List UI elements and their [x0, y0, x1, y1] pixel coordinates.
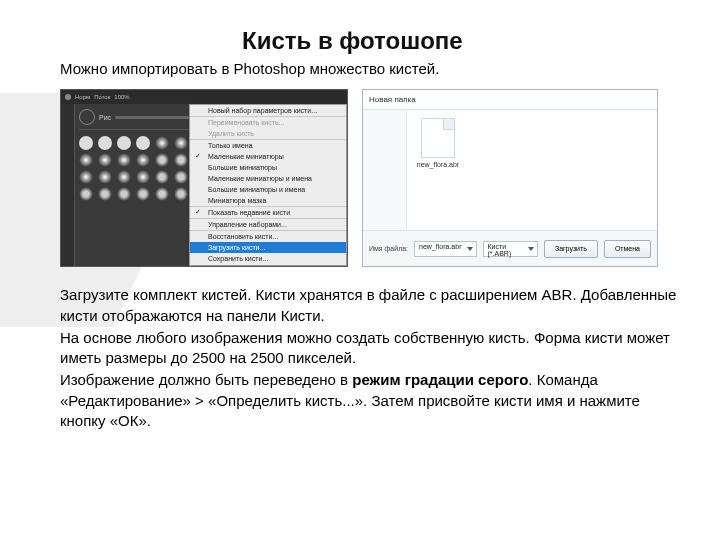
brush-swatch[interactable] — [79, 170, 93, 184]
brush-swatch[interactable] — [174, 136, 188, 150]
brush-swatch[interactable] — [136, 187, 150, 201]
filetype-combo[interactable]: Кисти (*.ABR) — [483, 241, 538, 257]
paragraph-3a: Изображение должно быть переведено в — [60, 371, 352, 388]
brush-swatch[interactable] — [98, 153, 112, 167]
menu-item-delete: Удалить кисть — [190, 128, 346, 139]
brush-swatch[interactable] — [155, 170, 169, 184]
brush-swatch[interactable] — [174, 187, 188, 201]
brush-preview-icon — [79, 109, 95, 125]
figures-row: Норм Поток 100% Рис — [60, 89, 680, 267]
menu-item-small-thumb[interactable]: ✓Маленькие миниатюры — [190, 151, 346, 162]
menu-item-label: Показать недавние кисти — [208, 209, 290, 216]
brush-swatch[interactable] — [155, 136, 169, 150]
file-item[interactable]: new_flora.abr — [415, 118, 461, 168]
brush-swatch[interactable] — [136, 153, 150, 167]
brush-swatch[interactable] — [117, 136, 131, 150]
brush-flyout-menu: Новый набор параметров кисти... Переимен… — [189, 104, 347, 266]
brush-swatch[interactable] — [98, 170, 112, 184]
menu-item-new-preset[interactable]: Новый набор параметров кисти... — [190, 105, 346, 116]
brush-swatch[interactable] — [117, 170, 131, 184]
brush-swatch[interactable] — [117, 187, 131, 201]
intro-text: Можно импортировать в Photoshop множеств… — [60, 60, 680, 77]
brush-swatch[interactable] — [136, 136, 150, 150]
blend-mode-label: Норм — [75, 94, 90, 100]
dialog-footer: Имя файла: new_flora.abr Кисти (*.ABR) З… — [363, 230, 657, 266]
filename-combo[interactable]: new_flora.abr — [414, 241, 476, 257]
brush-swatch[interactable] — [136, 170, 150, 184]
file-open-dialog: Новая папка new_flora.abr Имя файла: new… — [362, 89, 658, 267]
menu-item-mask-thumb[interactable]: Миниатюра мазка — [190, 195, 346, 206]
load-button[interactable]: Загрузить — [544, 240, 598, 258]
brush-swatch[interactable] — [155, 187, 169, 201]
menu-item-save-brushes[interactable]: Сохранить кисти... — [190, 253, 346, 264]
checkmark-icon: ✓ — [195, 152, 201, 160]
brush-swatch[interactable] — [174, 153, 188, 167]
file-icon — [421, 118, 455, 158]
filename-label: Имя файла: — [369, 245, 408, 252]
dialog-nav-pane — [363, 110, 407, 230]
menu-item-reset[interactable]: Восстановить кисти... — [190, 230, 346, 242]
paragraph-3: Изображение должно быть переведено в реж… — [60, 370, 680, 431]
page-title: Кисть в фотошопе — [242, 28, 680, 54]
paragraph-2: На основе любого изображения можно созда… — [60, 328, 680, 369]
paragraph-1: Загрузите комплект кистей. Кисти хранятс… — [60, 285, 680, 326]
checkmark-icon: ✓ — [195, 208, 201, 216]
dialog-file-pane: new_flora.abr — [407, 110, 657, 230]
brush-swatch[interactable] — [79, 187, 93, 201]
brush-icon — [65, 94, 71, 100]
brush-swatch[interactable] — [79, 153, 93, 167]
brush-swatch[interactable] — [79, 136, 93, 150]
menu-item-large-list[interactable]: Большие миниатюры и имена — [190, 184, 346, 195]
brush-swatch[interactable] — [98, 136, 112, 150]
ps-toolbar — [61, 104, 75, 266]
dialog-location: Новая папка — [363, 90, 657, 110]
cancel-button[interactable]: Отмена — [604, 240, 651, 258]
menu-item-manage[interactable]: Управление наборами... — [190, 218, 346, 230]
flow-value: 100% — [114, 94, 129, 100]
paragraph-3-bold: режим градации серого — [352, 371, 528, 388]
file-name-label: new_flora.abr — [415, 161, 461, 168]
brush-swatch[interactable] — [98, 187, 112, 201]
menu-item-load-brushes[interactable]: Загрузить кисти... — [190, 242, 346, 253]
menu-item-rename: Переименовать кисть... — [190, 116, 346, 128]
brush-swatch[interactable] — [155, 153, 169, 167]
photoshop-brush-panel: Норм Поток 100% Рис — [60, 89, 348, 267]
ps-options-bar: Норм Поток 100% — [61, 90, 347, 104]
menu-item-small-list[interactable]: Маленькие миниатюры и имена — [190, 173, 346, 184]
brush-swatch[interactable] — [174, 170, 188, 184]
menu-item-show-recent[interactable]: ✓Показать недавние кисти — [190, 206, 346, 218]
menu-item-label: Маленькие миниатюры — [208, 153, 284, 160]
flow-label: Поток — [94, 94, 110, 100]
menu-item-names-only[interactable]: Только имена — [190, 139, 346, 151]
brush-size-label: Рис — [99, 114, 111, 121]
menu-item-large-thumb[interactable]: Большие миниатюры — [190, 162, 346, 173]
brush-swatch[interactable] — [117, 153, 131, 167]
